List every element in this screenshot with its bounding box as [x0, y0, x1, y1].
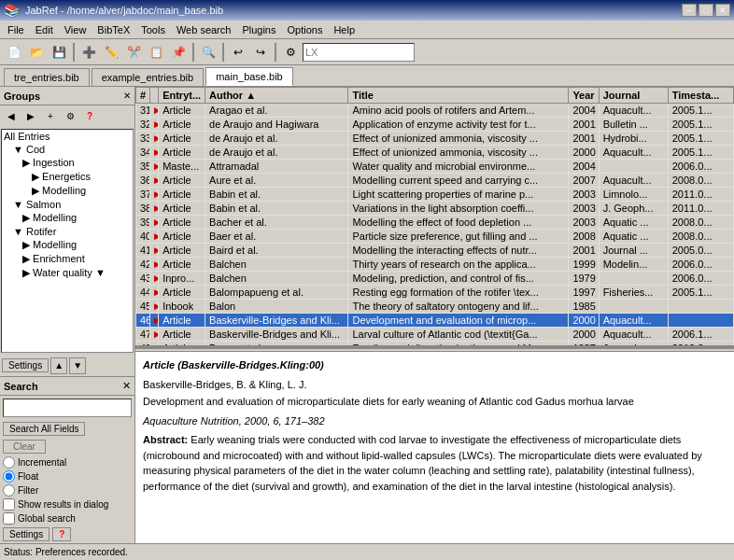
table-container[interactable]: # Entryt... Author ▲ Title Year Journal … — [135, 87, 734, 345]
col-icons[interactable] — [150, 88, 159, 104]
cell-year: 2003 — [569, 216, 599, 230]
settings-button[interactable]: Settings — [2, 358, 49, 372]
tree-item-ingestion[interactable]: ▶ Ingestion — [2, 156, 133, 170]
tree-item-water-quality[interactable]: ▶ Water quality ▼ — [2, 266, 133, 280]
table-row[interactable]: 39 ▶🌐 Article Bacher et al. Modelling th… — [136, 216, 734, 230]
undo-button[interactable]: ↩ — [228, 42, 248, 63]
tree-item-cod[interactable]: ▼ Cod — [2, 143, 133, 156]
tree-item-all-entries[interactable]: All Entries — [2, 130, 133, 143]
groups-close-button[interactable]: ✕ — [123, 91, 131, 101]
maximize-button[interactable]: □ — [699, 4, 713, 17]
tab-example-entries[interactable]: example_entries.bib — [92, 68, 204, 86]
menu-bibtex[interactable]: BibTeX — [92, 22, 135, 37]
table-row[interactable]: 34 ▶🌐 Article de Araujo et al. Effect of… — [136, 146, 734, 160]
menu-help[interactable]: Help — [328, 22, 360, 37]
col-num[interactable]: # — [136, 88, 150, 104]
search-button[interactable]: 🔍 — [198, 42, 219, 63]
table-row[interactable]: 35 ▶🌐 Maste... Attramadal Water quality … — [136, 160, 734, 174]
col-title[interactable]: Title — [348, 88, 569, 104]
menu-tools[interactable]: Tools — [135, 22, 171, 37]
search-input[interactable] — [3, 399, 132, 417]
close-button[interactable]: ✕ — [715, 4, 730, 17]
menu-file[interactable]: File — [2, 22, 30, 37]
cell-title: Resting egg formation of the rotifer \te… — [348, 286, 569, 300]
menu-edit[interactable]: Edit — [30, 22, 59, 37]
cell-author: Baird et al. — [205, 244, 348, 258]
table-row[interactable]: 42 ▶🌐 Article Balchen Thirty years of re… — [136, 258, 734, 272]
toolbar: 📄 📂 💾 ➕ ✏️ ✂️ 📋 📌 🔍 ↩ ↪ ⚙ — [0, 39, 734, 65]
table-row[interactable]: 46 ▶🌐 Article Baskerville-Bridges and Kl… — [136, 314, 734, 328]
groups-tree: All Entries ▼ Cod ▶ Ingestion ▶ Energeti… — [1, 129, 134, 353]
table-row[interactable]: 31 ▶🌐 Article Aragao et al. Amino acid p… — [136, 104, 734, 118]
cell-timestamp: 2008.0... — [668, 174, 733, 188]
table-row[interactable]: 36 ▶🌐 Article Aure et al. Modelling curr… — [136, 174, 734, 188]
cell-num: 35 — [136, 160, 150, 174]
table-row[interactable]: 48 ▶🌐 Article Bayne et al. Feeding and d… — [136, 342, 734, 346]
col-journal[interactable]: Journal — [599, 88, 668, 104]
redo-button[interactable]: ↪ — [250, 42, 271, 63]
menu-plugins[interactable]: Plugins — [236, 22, 281, 37]
cell-journal: Fisheries... — [599, 286, 668, 300]
groups-back-button[interactable]: ◀ — [2, 108, 21, 125]
clear-button[interactable]: Clear — [3, 440, 46, 454]
menu-view[interactable]: View — [59, 22, 92, 37]
table-row[interactable]: 38 ▶🌐 Article Babin et al. Variations in… — [136, 202, 734, 216]
col-timestamp[interactable]: Timesta... — [668, 88, 733, 104]
tab-main-base[interactable]: main_base.bib — [205, 67, 293, 86]
table-row[interactable]: 47 ▶🌐 Article Baskerville-Bridges and Kl… — [136, 328, 734, 342]
tree-item-enrichment[interactable]: ▶ Enrichment — [2, 252, 133, 266]
tab-tre-entries[interactable]: tre_entries.bib — [4, 68, 90, 86]
preferences-button[interactable]: ⚙ — [280, 42, 301, 63]
table-row[interactable]: 33 ▶🌐 Article de Araujo et al. Effect of… — [136, 132, 734, 146]
groups-forward-button[interactable]: ▶ — [21, 108, 40, 125]
edit-entry-button[interactable]: ✏️ — [101, 42, 121, 63]
cell-author: Babin et al. — [205, 188, 348, 202]
float-radio[interactable] — [3, 470, 15, 483]
table-row[interactable]: 32 ▶🌐 Article de Araujo and Hagiwara App… — [136, 118, 734, 132]
menu-websearch[interactable]: Web search — [171, 22, 237, 37]
cell-year: 2003 — [569, 188, 599, 202]
table-row[interactable]: 43 ▶🌐 Inpro... Balchen Modeling, predict… — [136, 272, 734, 286]
copy-button[interactable]: 📋 — [146, 42, 166, 63]
toolbar-search-input[interactable] — [303, 43, 415, 62]
nav-down-button[interactable]: ▼ — [69, 357, 86, 374]
table-row[interactable]: 41 ▶🌐 Article Baird et al. Modelling the… — [136, 244, 734, 258]
incremental-radio[interactable] — [3, 456, 15, 469]
paste-button[interactable]: 📌 — [168, 42, 189, 63]
table-row[interactable]: 44 ▶🌐 Article Balompapueng et al. Restin… — [136, 286, 734, 300]
filter-radio[interactable] — [3, 484, 15, 497]
search-settings-button[interactable]: Settings — [3, 527, 49, 541]
groups-settings-button[interactable]: ⚙ — [61, 108, 79, 125]
new-button[interactable]: 📄 — [4, 42, 24, 63]
tree-item-modelling-salmon[interactable]: ▶ Modelling — [2, 211, 133, 225]
show-results-checkbox[interactable] — [3, 498, 15, 511]
delete-entry-button[interactable]: ✂️ — [123, 42, 144, 63]
tree-item-modelling-rotifer[interactable]: ▶ Modelling — [2, 238, 133, 252]
add-entry-button[interactable]: ➕ — [78, 42, 99, 63]
global-search-checkbox[interactable] — [3, 512, 15, 525]
search-close-button[interactable]: ✕ — [122, 380, 131, 392]
groups-help-button[interactable]: ? — [80, 108, 99, 125]
tree-item-salmon[interactable]: ▼ Salmon — [2, 198, 133, 211]
save-button[interactable]: 💾 — [49, 42, 69, 63]
table-row[interactable]: 37 ▶🌐 Article Babin et al. Light scatter… — [136, 188, 734, 202]
cell-icons: ▶🌐 — [150, 230, 159, 244]
col-author[interactable]: Author ▲ — [205, 88, 348, 104]
open-button[interactable]: 📂 — [26, 42, 47, 63]
groups-add-button[interactable]: + — [41, 108, 60, 125]
nav-up-button[interactable]: ▲ — [50, 357, 67, 374]
cell-icons: ▶🌐 — [150, 188, 159, 202]
col-entrytype[interactable]: Entryt... — [159, 88, 205, 104]
search-help-button[interactable]: ? — [52, 527, 71, 541]
search-all-fields-button[interactable]: Search All Fields — [3, 422, 85, 436]
col-year[interactable]: Year — [569, 88, 599, 104]
minimize-button[interactable]: ─ — [682, 4, 697, 17]
search-panel: Search ✕ Search All Fields Clear Increme… — [0, 376, 134, 543]
table-row[interactable]: 40 ▶🌐 Article Baer et al. Particle size … — [136, 230, 734, 244]
menu-options[interactable]: Options — [281, 22, 328, 37]
tree-item-energetics[interactable]: ▶ Energetics — [2, 170, 133, 184]
detail-journal-info: Aquaculture Nutrition, 2000, 6, 171–382 — [143, 413, 727, 429]
tree-item-rotifer[interactable]: ▼ Rotifer — [2, 225, 133, 238]
table-row[interactable]: 45 ▶🌐 Inbook Balon The theory of saltato… — [136, 300, 734, 314]
tree-item-modelling-cod[interactable]: ▶ Modelling — [2, 184, 133, 198]
